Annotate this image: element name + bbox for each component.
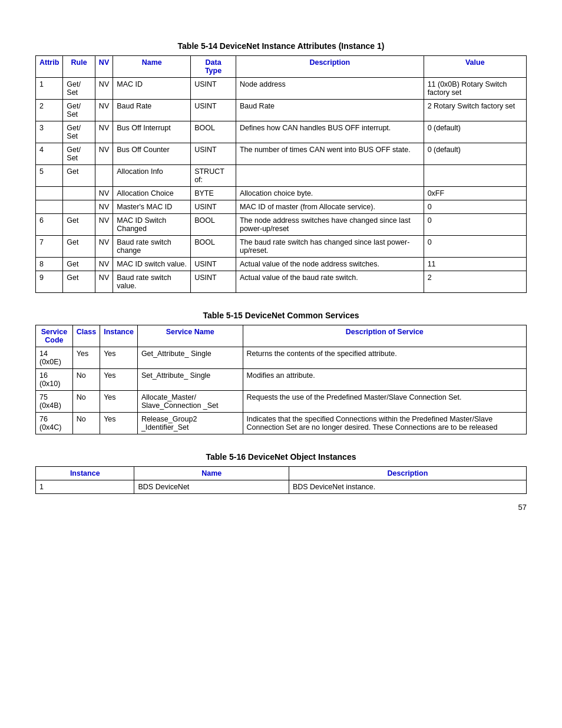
- table-cell: Get: [63, 236, 95, 258]
- table-cell: 6: [36, 214, 63, 236]
- table-row: 76 (0x4C)NoYesRelease_Group2 _Identifier…: [36, 413, 527, 434]
- table-cell: Modifies an attribute.: [243, 369, 526, 391]
- table-cell: 0 (default): [424, 121, 526, 143]
- table-cell: USINT: [191, 143, 236, 165]
- table-cell: NV: [95, 78, 113, 100]
- page-number: 57: [518, 503, 527, 512]
- table-cell: Actual value of the node address switche…: [236, 258, 424, 271]
- table-cell: Defines how CAN handles BUS OFF interrup…: [236, 121, 424, 143]
- table-cell: USINT: [191, 258, 236, 271]
- table-cell: Get: [63, 165, 95, 187]
- table14-header-attrib: Attrib: [36, 56, 63, 78]
- table-row: 6GetNVMAC ID Switch ChangedBOOLThe node …: [36, 214, 527, 236]
- table16-header-description: Description: [289, 467, 526, 480]
- table-cell: MAC ID switch value.: [113, 258, 191, 271]
- table-cell: 1: [36, 78, 63, 100]
- table14-header-value: Value: [424, 56, 526, 78]
- table-cell: NV: [95, 187, 113, 200]
- table-cell: MAC ID of master (from Allocate service)…: [236, 200, 424, 214]
- table15-header-servicename: Service Name: [137, 325, 243, 347]
- table14-header-datatype: DataType: [191, 56, 236, 78]
- table-cell: NV: [95, 200, 113, 214]
- table-cell: Get: [63, 258, 95, 271]
- table-cell: Baud Rate: [113, 100, 191, 121]
- table14: Attrib Rule NV Name DataType Description…: [35, 55, 527, 293]
- table-cell: The number of times CAN went into BUS OF…: [236, 143, 424, 165]
- table-cell: BOOL: [191, 121, 236, 143]
- table-cell: 0: [424, 236, 526, 258]
- table-cell: Get/ Set: [63, 78, 95, 100]
- table-row: NVAllocation ChoiceBYTEAllocation choice…: [36, 187, 527, 200]
- table-cell: 2 Rotary Switch factory set: [424, 100, 526, 121]
- table16-title: Table 5-16 DeviceNet Object Instances: [35, 452, 527, 462]
- page-container: Table 5-14 DeviceNet Instance Attributes…: [35, 41, 527, 494]
- table-cell: [95, 165, 113, 187]
- table-cell: Yes: [100, 413, 138, 434]
- table-row: 8GetNVMAC ID switch value.USINTActual va…: [36, 258, 527, 271]
- table-cell: 14 (0x0E): [36, 347, 73, 369]
- table-cell: 0xFF: [424, 187, 526, 200]
- table-row: 16 (0x10)NoYesSet_Attribute_ SingleModif…: [36, 369, 527, 391]
- table-cell: Yes: [100, 369, 138, 391]
- table-cell: STRUCT of:: [191, 165, 236, 187]
- table-cell: USINT: [191, 271, 236, 293]
- table-cell: 1: [36, 480, 134, 494]
- table-cell: Actual value of the baud rate switch.: [236, 271, 424, 293]
- table-cell: NV: [95, 258, 113, 271]
- table-cell: 0: [424, 214, 526, 236]
- table-cell: Master's MAC ID: [113, 200, 191, 214]
- table-row: 4Get/ SetNVBus Off CounterUSINTThe numbe…: [36, 143, 527, 165]
- table-cell: 7: [36, 236, 63, 258]
- table16-header-instance: Instance: [36, 467, 134, 480]
- table-row: 5GetAllocation InfoSTRUCT of:: [36, 165, 527, 187]
- table-cell: 0 (default): [424, 143, 526, 165]
- table15: ServiceCode Class Instance Service Name …: [35, 325, 527, 434]
- table15-header-description: Description of Service: [243, 325, 526, 347]
- table-cell: BYTE: [191, 187, 236, 200]
- table-cell: 11 (0x0B) Rotary Switch factory set: [424, 78, 526, 100]
- table14-title: Table 5-14 DeviceNet Instance Attributes…: [35, 41, 527, 51]
- table-cell: [36, 200, 63, 214]
- table-cell: BDS DeviceNet: [134, 480, 289, 494]
- table-row: 7GetNVBaud rate switch changeBOOLThe bau…: [36, 236, 527, 258]
- table-cell: No: [72, 391, 100, 413]
- table-cell: No: [72, 413, 100, 434]
- table-cell: 8: [36, 258, 63, 271]
- table14-header-name: Name: [113, 56, 191, 78]
- table-cell: NV: [95, 236, 113, 258]
- table15-title: Table 5-15 DeviceNet Common Services: [35, 311, 527, 320]
- table-cell: 9: [36, 271, 63, 293]
- table-cell: MAC ID Switch Changed: [113, 214, 191, 236]
- table-cell: The baud rate switch has changed since l…: [236, 236, 424, 258]
- table-cell: Indicates that the specified Connections…: [243, 413, 526, 434]
- table-cell: Allocation choice byte.: [236, 187, 424, 200]
- table-cell: Returns the contents of the specified at…: [243, 347, 526, 369]
- table-cell: [236, 165, 424, 187]
- table-cell: Baud rate switch value.: [113, 271, 191, 293]
- table-cell: 5: [36, 165, 63, 187]
- table-cell: Allocation Choice: [113, 187, 191, 200]
- table-cell: Set_Attribute_ Single: [137, 369, 243, 391]
- table-cell: Baud rate switch change: [113, 236, 191, 258]
- table-cell: Bus Off Counter: [113, 143, 191, 165]
- table15-header-servicecode: ServiceCode: [36, 325, 73, 347]
- table-row: 14 (0x0E)YesYesGet_Attribute_ SingleRetu…: [36, 347, 527, 369]
- table-cell: [63, 187, 95, 200]
- table-cell: USINT: [191, 200, 236, 214]
- table-cell: NV: [95, 121, 113, 143]
- table-cell: 11: [424, 258, 526, 271]
- table-cell: Node address: [236, 78, 424, 100]
- table-cell: Allocation Info: [113, 165, 191, 187]
- table-cell: Yes: [100, 391, 138, 413]
- table-cell: MAC ID: [113, 78, 191, 100]
- table-cell: 16 (0x10): [36, 369, 73, 391]
- table-cell: 2: [36, 100, 63, 121]
- table-cell: Bus Off Interrupt: [113, 121, 191, 143]
- table-cell: Get/ Set: [63, 143, 95, 165]
- table15-header-instance: Instance: [100, 325, 138, 347]
- table-cell: Get/ Set: [63, 121, 95, 143]
- table-cell: USINT: [191, 100, 236, 121]
- table-row: 1BDS DeviceNetBDS DeviceNet instance.: [36, 480, 527, 494]
- table-row: 3Get/ SetNVBus Off InterruptBOOLDefines …: [36, 121, 527, 143]
- table-cell: Get_Attribute_ Single: [137, 347, 243, 369]
